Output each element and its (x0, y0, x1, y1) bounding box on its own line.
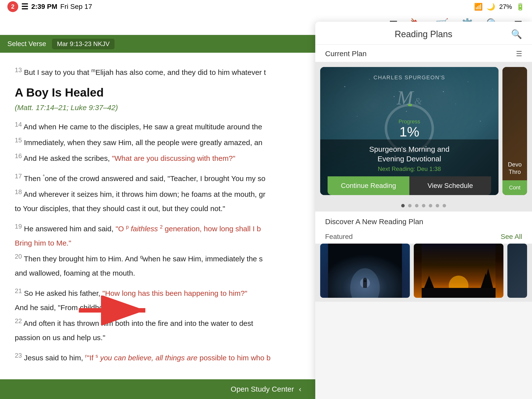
card-info: Spurgeon's Morning andEvening Devotional… (320, 139, 499, 195)
view-schedule-button[interactable]: View Schedule (409, 176, 491, 195)
card-plan-title: Spurgeon's Morning andEvening Devotional (328, 144, 491, 164)
red-arrow (74, 296, 153, 325)
svg-point-18 (363, 278, 367, 282)
verse-num-14: 14 (15, 121, 22, 128)
verse-18-text: And wherever it seizes him, it throws hi… (24, 190, 266, 198)
progress-text-overlay: Progress 1% (399, 118, 420, 139)
svg-point-9 (357, 116, 358, 117)
carousel-dots (315, 200, 532, 211)
current-plan-title: Current Plan (325, 50, 366, 58)
verse-num-22: 22 (15, 317, 22, 325)
sunset-visual (414, 244, 503, 298)
card-author-label: CHARLES SPURGEON'S (320, 74, 499, 81)
discover-section: Discover A New Reading Plan (315, 211, 532, 230)
verse-num-21: 21 (15, 287, 22, 295)
svg-point-5 (418, 84, 419, 84)
progress-percent: 1% (399, 125, 420, 139)
carousel-dot-5[interactable] (436, 204, 439, 207)
verse-19-sup: 2 (160, 224, 163, 230)
verse-num-17: 17 (15, 172, 22, 180)
continue-reading-button[interactable]: Continue Reading (328, 176, 409, 195)
verse-23-prefix: Jesus said to him, (24, 354, 85, 362)
carousel-wrapper: CHARLES SPURGEON'S M & Progress 1% (320, 67, 527, 195)
battery-icon: 🔋 (516, 3, 525, 11)
featured-label: Featured (325, 233, 353, 241)
bottom-bar-arrow-icon[interactable]: ‹ (299, 385, 301, 393)
panel-title: Reading Plans (336, 29, 511, 39)
svg-rect-21 (422, 288, 496, 298)
cave-visual (320, 244, 410, 298)
verse-16-text: And He asked the scribes, (24, 154, 112, 162)
reading-plans-panel: Reading Plans 🔍 Current Plan ☰ (315, 22, 532, 399)
current-plan-header: Current Plan ☰ (315, 45, 532, 62)
verse-23-red1: r"If s (85, 354, 98, 362)
svg-point-8 (492, 89, 493, 89)
battery-text: 27% (499, 3, 512, 11)
status-bar: 2 ☰ 2:39 PM Fri Sep 17 📶 🌙 27% 🔋 (0, 0, 532, 13)
partial-card-text2: Devo (505, 161, 525, 168)
verse-num-15: 15 (15, 136, 22, 144)
verse-23-cont: possible to him who b (200, 354, 271, 362)
card-buttons: Continue Reading View Schedule (328, 176, 491, 195)
featured-card-partial (507, 244, 527, 298)
verse-19-red2: faithless (131, 225, 158, 233)
featured-row (315, 244, 532, 302)
partial-card-continue[interactable]: Cont (502, 180, 527, 195)
select-verse-label[interactable]: Select Verse (7, 40, 46, 48)
notification-badge[interactable]: 2 (7, 1, 18, 12)
hamburger-icon[interactable]: ☰ (21, 2, 28, 11)
verse-19-red3: generation, how long shall I b (165, 225, 261, 233)
verse-15-text: Immediately, when they saw Him, all the … (24, 138, 262, 147)
open-study-center-label[interactable]: Open Study Center (231, 385, 294, 393)
verse-num-20: 20 (15, 253, 22, 260)
carousel-dot-0[interactable] (401, 204, 405, 207)
verse-23-italic: you can believe, all things are (100, 354, 197, 362)
verse-num-23: 23 (15, 352, 22, 359)
verse-14-text: And when He came to the disciples, He sa… (24, 123, 262, 131)
see-all-button[interactable]: See All (501, 233, 522, 241)
status-time: 2:39 PM (31, 3, 57, 11)
carousel-dot-4[interactable] (429, 204, 432, 207)
panel-header: Reading Plans 🔍 (315, 22, 532, 45)
verse-19-red4: Bring him to Me." (15, 239, 71, 247)
svg-point-7 (468, 82, 468, 82)
carousel-dot-1[interactable] (408, 204, 412, 207)
verse-num-19: 19 (15, 223, 22, 230)
verse-16-red: "What are you discussing with them?" (112, 154, 235, 162)
featured-card-cave[interactable] (320, 244, 410, 298)
verse-20-text: Then they brought him to Him. And qwhen … (24, 255, 263, 263)
verse-num-13: 13 (15, 66, 22, 74)
verse-num-16: 16 (15, 152, 22, 160)
wifi-icon: 📶 (474, 3, 483, 11)
plan-card-partial: Thro Devo Cont (502, 67, 527, 195)
svg-point-12 (480, 121, 481, 122)
panel-search-icon[interactable]: 🔍 (511, 29, 522, 39)
plan-card-spurgeon: CHARLES SPURGEON'S M & Progress 1% (320, 67, 499, 195)
list-icon[interactable]: ☰ (516, 50, 522, 58)
partial-bg (502, 67, 527, 195)
cross-ref[interactable]: (Matt. 17:14–21; Luke 9:37–42) (15, 103, 118, 112)
status-day: Fri Sep 17 (60, 3, 92, 11)
featured-card-sunset[interactable] (414, 244, 503, 298)
passage-badge[interactable]: Mar 9:13-23 NKJV (52, 39, 115, 49)
verse-17-text: Then °one of the crowd answered and said… (24, 174, 266, 183)
discover-title: Discover A New Reading Plan (325, 217, 522, 226)
partial-card-text: Thro (505, 168, 525, 175)
moon-icon: 🌙 (487, 3, 495, 11)
carousel-dot-2[interactable] (415, 204, 418, 207)
carousel-area: CHARLES SPURGEON'S M & Progress 1% (315, 62, 532, 200)
carousel-dot-6[interactable] (443, 204, 446, 207)
verse-19-red1: "O p (116, 225, 129, 233)
verse-19-prefix: He answered him and said, (24, 225, 116, 233)
card-next-reading: Next Reading: Deu 1:38 (328, 166, 491, 172)
verse-num-18: 18 (15, 188, 22, 196)
discover-row: Featured See All (315, 230, 532, 244)
verse-13-text: But I say to you that mElijah has also c… (24, 68, 266, 76)
carousel-dot-3[interactable] (422, 204, 425, 207)
